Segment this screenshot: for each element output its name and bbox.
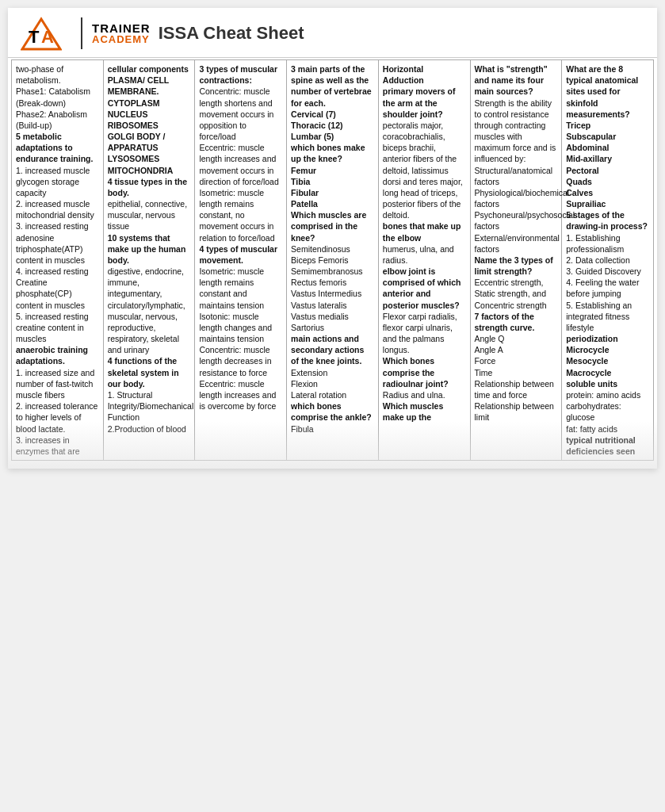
col7-cell: What are the 8 typical anatomical sites … xyxy=(562,60,654,461)
logo-divider xyxy=(81,17,82,49)
logo-academy-text: ACADEMY xyxy=(92,34,151,44)
cheat-table: two-phase of metabolism.Phase1: Cataboli… xyxy=(11,59,654,461)
header: T A TRAINER ACADEMY ISSA Cheat Sheet xyxy=(8,8,657,58)
col2-cell: cellular componentsPLASMA/ CELL MEMBRANE… xyxy=(103,60,195,461)
logo-icon: T A xyxy=(21,16,62,51)
page: T A TRAINER ACADEMY ISSA Cheat Sheet two… xyxy=(8,8,657,469)
col4-cell: 3 main parts of the spine as well as the… xyxy=(287,60,379,461)
col6-cell: What is "strength" and name its four mai… xyxy=(470,60,562,461)
svg-text:T: T xyxy=(29,27,40,47)
col3-cell: 3 types of muscular contractions:Concent… xyxy=(195,60,287,461)
table-container: two-phase of metabolism.Phase1: Cataboli… xyxy=(8,58,657,469)
logo-trainer-text: TRAINER xyxy=(92,22,151,34)
logo-text: TRAINER ACADEMY xyxy=(92,22,151,44)
table-row: two-phase of metabolism.Phase1: Cataboli… xyxy=(12,60,654,461)
col1-cell: two-phase of metabolism.Phase1: Cataboli… xyxy=(12,60,104,461)
col5-cell: Horizontal Adductionprimary movers of th… xyxy=(378,60,470,461)
svg-text:A: A xyxy=(41,27,54,47)
page-title: ISSA Cheat Sheet xyxy=(159,23,304,44)
logo: T A xyxy=(21,16,62,51)
